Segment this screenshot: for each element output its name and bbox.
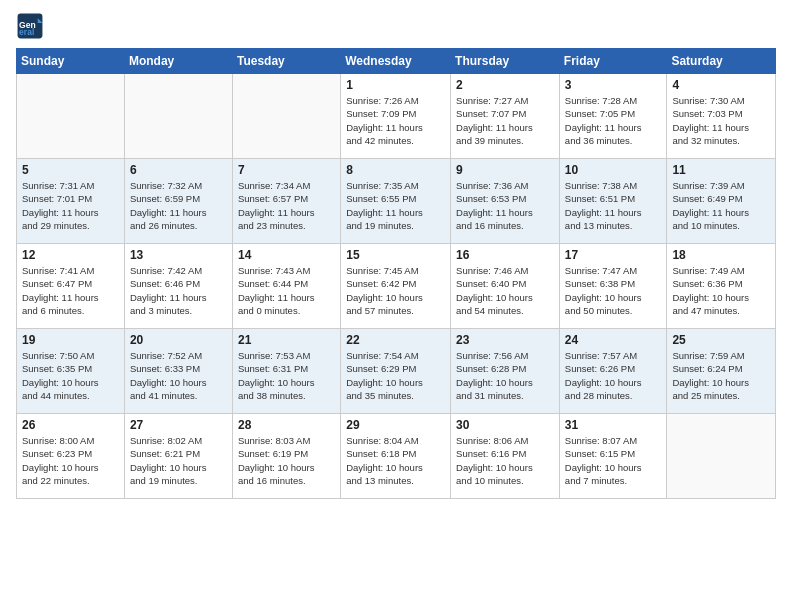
day-info: Sunrise: 7:43 AM Sunset: 6:44 PM Dayligh… <box>238 264 335 317</box>
day-number: 13 <box>130 248 227 262</box>
day-info: Sunrise: 7:32 AM Sunset: 6:59 PM Dayligh… <box>130 179 227 232</box>
day-number: 4 <box>672 78 770 92</box>
day-info: Sunrise: 8:07 AM Sunset: 6:15 PM Dayligh… <box>565 434 662 487</box>
day-info: Sunrise: 7:50 AM Sunset: 6:35 PM Dayligh… <box>22 349 119 402</box>
day-number: 25 <box>672 333 770 347</box>
day-number: 2 <box>456 78 554 92</box>
logo-icon: Gen eral <box>16 12 44 40</box>
day-number: 16 <box>456 248 554 262</box>
day-number: 28 <box>238 418 335 432</box>
day-info: Sunrise: 7:49 AM Sunset: 6:36 PM Dayligh… <box>672 264 770 317</box>
day-info: Sunrise: 7:54 AM Sunset: 6:29 PM Dayligh… <box>346 349 445 402</box>
calendar-cell: 14Sunrise: 7:43 AM Sunset: 6:44 PM Dayli… <box>232 244 340 329</box>
calendar-cell: 17Sunrise: 7:47 AM Sunset: 6:38 PM Dayli… <box>559 244 667 329</box>
day-info: Sunrise: 7:46 AM Sunset: 6:40 PM Dayligh… <box>456 264 554 317</box>
day-info: Sunrise: 7:45 AM Sunset: 6:42 PM Dayligh… <box>346 264 445 317</box>
day-info: Sunrise: 7:28 AM Sunset: 7:05 PM Dayligh… <box>565 94 662 147</box>
day-number: 8 <box>346 163 445 177</box>
calendar-cell: 21Sunrise: 7:53 AM Sunset: 6:31 PM Dayli… <box>232 329 340 414</box>
calendar-cell: 12Sunrise: 7:41 AM Sunset: 6:47 PM Dayli… <box>17 244 125 329</box>
calendar-cell: 4Sunrise: 7:30 AM Sunset: 7:03 PM Daylig… <box>667 74 776 159</box>
day-info: Sunrise: 8:02 AM Sunset: 6:21 PM Dayligh… <box>130 434 227 487</box>
day-number: 10 <box>565 163 662 177</box>
day-info: Sunrise: 7:38 AM Sunset: 6:51 PM Dayligh… <box>565 179 662 232</box>
calendar-cell <box>17 74 125 159</box>
calendar-cell: 1Sunrise: 7:26 AM Sunset: 7:09 PM Daylig… <box>341 74 451 159</box>
calendar-cell: 23Sunrise: 7:56 AM Sunset: 6:28 PM Dayli… <box>451 329 560 414</box>
day-info: Sunrise: 7:36 AM Sunset: 6:53 PM Dayligh… <box>456 179 554 232</box>
calendar-cell: 18Sunrise: 7:49 AM Sunset: 6:36 PM Dayli… <box>667 244 776 329</box>
calendar-cell: 3Sunrise: 7:28 AM Sunset: 7:05 PM Daylig… <box>559 74 667 159</box>
weekday-header-saturday: Saturday <box>667 49 776 74</box>
day-info: Sunrise: 7:52 AM Sunset: 6:33 PM Dayligh… <box>130 349 227 402</box>
calendar-cell: 8Sunrise: 7:35 AM Sunset: 6:55 PM Daylig… <box>341 159 451 244</box>
calendar-cell: 25Sunrise: 7:59 AM Sunset: 6:24 PM Dayli… <box>667 329 776 414</box>
day-info: Sunrise: 7:30 AM Sunset: 7:03 PM Dayligh… <box>672 94 770 147</box>
calendar-week-row: 19Sunrise: 7:50 AM Sunset: 6:35 PM Dayli… <box>17 329 776 414</box>
svg-text:eral: eral <box>19 27 34 37</box>
weekday-header-monday: Monday <box>124 49 232 74</box>
calendar-cell: 28Sunrise: 8:03 AM Sunset: 6:19 PM Dayli… <box>232 414 340 499</box>
day-number: 27 <box>130 418 227 432</box>
page-header: Gen eral <box>16 12 776 40</box>
calendar-cell <box>232 74 340 159</box>
day-number: 24 <box>565 333 662 347</box>
calendar-cell: 24Sunrise: 7:57 AM Sunset: 6:26 PM Dayli… <box>559 329 667 414</box>
weekday-header-friday: Friday <box>559 49 667 74</box>
day-number: 11 <box>672 163 770 177</box>
day-number: 6 <box>130 163 227 177</box>
day-number: 31 <box>565 418 662 432</box>
calendar-week-row: 1Sunrise: 7:26 AM Sunset: 7:09 PM Daylig… <box>17 74 776 159</box>
day-number: 23 <box>456 333 554 347</box>
weekday-header-tuesday: Tuesday <box>232 49 340 74</box>
day-number: 3 <box>565 78 662 92</box>
calendar-cell: 5Sunrise: 7:31 AM Sunset: 7:01 PM Daylig… <box>17 159 125 244</box>
day-info: Sunrise: 7:57 AM Sunset: 6:26 PM Dayligh… <box>565 349 662 402</box>
weekday-header-wednesday: Wednesday <box>341 49 451 74</box>
calendar-week-row: 5Sunrise: 7:31 AM Sunset: 7:01 PM Daylig… <box>17 159 776 244</box>
calendar-cell: 11Sunrise: 7:39 AM Sunset: 6:49 PM Dayli… <box>667 159 776 244</box>
calendar-cell: 15Sunrise: 7:45 AM Sunset: 6:42 PM Dayli… <box>341 244 451 329</box>
day-number: 29 <box>346 418 445 432</box>
day-number: 5 <box>22 163 119 177</box>
day-info: Sunrise: 8:00 AM Sunset: 6:23 PM Dayligh… <box>22 434 119 487</box>
day-number: 14 <box>238 248 335 262</box>
logo: Gen eral <box>16 12 46 40</box>
day-info: Sunrise: 7:47 AM Sunset: 6:38 PM Dayligh… <box>565 264 662 317</box>
day-number: 21 <box>238 333 335 347</box>
calendar-cell: 13Sunrise: 7:42 AM Sunset: 6:46 PM Dayli… <box>124 244 232 329</box>
weekday-header-sunday: Sunday <box>17 49 125 74</box>
calendar-cell: 31Sunrise: 8:07 AM Sunset: 6:15 PM Dayli… <box>559 414 667 499</box>
calendar-cell: 7Sunrise: 7:34 AM Sunset: 6:57 PM Daylig… <box>232 159 340 244</box>
calendar-header-row: SundayMondayTuesdayWednesdayThursdayFrid… <box>17 49 776 74</box>
day-info: Sunrise: 8:04 AM Sunset: 6:18 PM Dayligh… <box>346 434 445 487</box>
day-info: Sunrise: 7:53 AM Sunset: 6:31 PM Dayligh… <box>238 349 335 402</box>
day-number: 30 <box>456 418 554 432</box>
calendar-cell: 20Sunrise: 7:52 AM Sunset: 6:33 PM Dayli… <box>124 329 232 414</box>
calendar-cell: 9Sunrise: 7:36 AM Sunset: 6:53 PM Daylig… <box>451 159 560 244</box>
day-info: Sunrise: 7:39 AM Sunset: 6:49 PM Dayligh… <box>672 179 770 232</box>
day-info: Sunrise: 7:42 AM Sunset: 6:46 PM Dayligh… <box>130 264 227 317</box>
day-number: 22 <box>346 333 445 347</box>
day-info: Sunrise: 7:41 AM Sunset: 6:47 PM Dayligh… <box>22 264 119 317</box>
day-number: 19 <box>22 333 119 347</box>
day-info: Sunrise: 7:34 AM Sunset: 6:57 PM Dayligh… <box>238 179 335 232</box>
calendar-week-row: 12Sunrise: 7:41 AM Sunset: 6:47 PM Dayli… <box>17 244 776 329</box>
day-info: Sunrise: 7:56 AM Sunset: 6:28 PM Dayligh… <box>456 349 554 402</box>
calendar-cell: 22Sunrise: 7:54 AM Sunset: 6:29 PM Dayli… <box>341 329 451 414</box>
day-info: Sunrise: 7:27 AM Sunset: 7:07 PM Dayligh… <box>456 94 554 147</box>
calendar-cell: 16Sunrise: 7:46 AM Sunset: 6:40 PM Dayli… <box>451 244 560 329</box>
calendar-cell: 10Sunrise: 7:38 AM Sunset: 6:51 PM Dayli… <box>559 159 667 244</box>
calendar-cell: 29Sunrise: 8:04 AM Sunset: 6:18 PM Dayli… <box>341 414 451 499</box>
day-info: Sunrise: 7:26 AM Sunset: 7:09 PM Dayligh… <box>346 94 445 147</box>
calendar-cell <box>124 74 232 159</box>
day-number: 12 <box>22 248 119 262</box>
day-number: 9 <box>456 163 554 177</box>
day-number: 26 <box>22 418 119 432</box>
calendar-table: SundayMondayTuesdayWednesdayThursdayFrid… <box>16 48 776 499</box>
day-info: Sunrise: 7:59 AM Sunset: 6:24 PM Dayligh… <box>672 349 770 402</box>
calendar-week-row: 26Sunrise: 8:00 AM Sunset: 6:23 PM Dayli… <box>17 414 776 499</box>
day-number: 20 <box>130 333 227 347</box>
day-info: Sunrise: 8:03 AM Sunset: 6:19 PM Dayligh… <box>238 434 335 487</box>
day-info: Sunrise: 8:06 AM Sunset: 6:16 PM Dayligh… <box>456 434 554 487</box>
